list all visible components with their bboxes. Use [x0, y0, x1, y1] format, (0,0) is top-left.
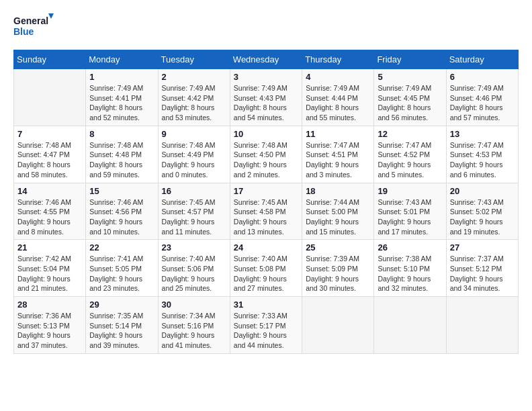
day-info: Sunrise: 7:41 AMSunset: 5:05 PMDaylight:… — [89, 254, 154, 293]
day-info: Sunrise: 7:43 AMSunset: 5:02 PMDaylight:… — [450, 197, 515, 237]
day-number: 3 — [234, 72, 298, 82]
calendar-cell: 11Sunrise: 7:47 AMSunset: 4:51 PMDayligh… — [302, 126, 374, 183]
day-number: 30 — [162, 300, 226, 310]
day-info: Sunrise: 7:34 AMSunset: 5:16 PMDaylight:… — [162, 311, 226, 351]
day-info: Sunrise: 7:49 AMSunset: 4:45 PMDaylight:… — [378, 83, 442, 123]
day-info: Sunrise: 7:47 AMSunset: 4:53 PMDaylight:… — [450, 140, 515, 180]
calendar-week-row: 28Sunrise: 7:36 AMSunset: 5:13 PMDayligh… — [14, 297, 519, 354]
calendar-cell: 21Sunrise: 7:42 AMSunset: 5:04 PMDayligh… — [14, 240, 86, 297]
weekday-header: Wednesday — [230, 50, 302, 69]
page-header: General Blue — [13, 13, 519, 43]
day-info: Sunrise: 7:45 AMSunset: 4:58 PMDaylight:… — [234, 197, 298, 237]
day-number: 4 — [306, 72, 370, 82]
logo-svg: General Blue — [13, 13, 54, 43]
calendar-header-row: SundayMondayTuesdayWednesdayThursdayFrid… — [14, 50, 519, 69]
day-info: Sunrise: 7:40 AMSunset: 5:08 PMDaylight:… — [234, 254, 298, 293]
calendar-cell: 20Sunrise: 7:43 AMSunset: 5:02 PMDayligh… — [446, 183, 518, 240]
calendar-cell: 14Sunrise: 7:46 AMSunset: 4:55 PMDayligh… — [14, 183, 86, 240]
calendar-cell: 24Sunrise: 7:40 AMSunset: 5:08 PMDayligh… — [230, 240, 302, 297]
calendar-cell: 9Sunrise: 7:48 AMSunset: 4:49 PMDaylight… — [158, 126, 230, 183]
calendar-cell: 31Sunrise: 7:33 AMSunset: 5:17 PMDayligh… — [230, 297, 302, 354]
day-number: 28 — [17, 300, 82, 310]
day-info: Sunrise: 7:49 AMSunset: 4:42 PMDaylight:… — [162, 83, 226, 123]
calendar-cell: 26Sunrise: 7:38 AMSunset: 5:10 PMDayligh… — [374, 240, 446, 297]
day-info: Sunrise: 7:46 AMSunset: 4:55 PMDaylight:… — [17, 197, 82, 237]
day-number: 12 — [378, 129, 442, 139]
day-info: Sunrise: 7:45 AMSunset: 4:57 PMDaylight:… — [162, 197, 226, 237]
day-number: 29 — [89, 300, 154, 310]
day-number: 11 — [306, 129, 370, 139]
day-info: Sunrise: 7:42 AMSunset: 5:04 PMDaylight:… — [17, 254, 82, 293]
calendar-cell: 5Sunrise: 7:49 AMSunset: 4:45 PMDaylight… — [374, 69, 446, 126]
weekday-header: Tuesday — [158, 50, 230, 69]
day-number: 14 — [17, 186, 82, 196]
logo: General Blue — [13, 13, 54, 43]
day-number: 9 — [162, 129, 226, 139]
calendar-week-row: 14Sunrise: 7:46 AMSunset: 4:55 PMDayligh… — [14, 183, 519, 240]
day-info: Sunrise: 7:47 AMSunset: 4:52 PMDaylight:… — [378, 140, 442, 180]
day-number: 7 — [17, 129, 82, 139]
day-info: Sunrise: 7:43 AMSunset: 5:01 PMDaylight:… — [378, 197, 442, 237]
weekday-header: Thursday — [302, 50, 374, 69]
calendar-cell: 2Sunrise: 7:49 AMSunset: 4:42 PMDaylight… — [158, 69, 230, 126]
calendar-cell: 29Sunrise: 7:35 AMSunset: 5:14 PMDayligh… — [86, 297, 158, 354]
calendar-table: SundayMondayTuesdayWednesdayThursdayFrid… — [13, 50, 519, 354]
day-info: Sunrise: 7:49 AMSunset: 4:41 PMDaylight:… — [89, 83, 154, 123]
calendar-cell: 19Sunrise: 7:43 AMSunset: 5:01 PMDayligh… — [374, 183, 446, 240]
day-info: Sunrise: 7:40 AMSunset: 5:06 PMDaylight:… — [162, 254, 226, 293]
day-info: Sunrise: 7:47 AMSunset: 4:51 PMDaylight:… — [306, 140, 370, 180]
day-info: Sunrise: 7:44 AMSunset: 5:00 PMDaylight:… — [306, 197, 370, 237]
day-info: Sunrise: 7:48 AMSunset: 4:49 PMDaylight:… — [162, 140, 226, 180]
calendar-cell — [302, 297, 374, 354]
day-number: 16 — [162, 186, 226, 196]
calendar-week-row: 21Sunrise: 7:42 AMSunset: 5:04 PMDayligh… — [14, 240, 519, 297]
calendar-cell: 6Sunrise: 7:49 AMSunset: 4:46 PMDaylight… — [446, 69, 518, 126]
calendar-cell: 30Sunrise: 7:34 AMSunset: 5:16 PMDayligh… — [158, 297, 230, 354]
calendar-cell: 17Sunrise: 7:45 AMSunset: 4:58 PMDayligh… — [230, 183, 302, 240]
calendar-cell: 15Sunrise: 7:46 AMSunset: 4:56 PMDayligh… — [86, 183, 158, 240]
day-number: 17 — [234, 186, 298, 196]
day-number: 13 — [450, 129, 515, 139]
calendar-cell: 13Sunrise: 7:47 AMSunset: 4:53 PMDayligh… — [446, 126, 518, 183]
day-number: 1 — [89, 72, 154, 82]
day-number: 19 — [378, 186, 442, 196]
day-number: 6 — [450, 72, 515, 82]
day-info: Sunrise: 7:37 AMSunset: 5:12 PMDaylight:… — [450, 254, 515, 293]
calendar-cell: 18Sunrise: 7:44 AMSunset: 5:00 PMDayligh… — [302, 183, 374, 240]
svg-text:Blue: Blue — [13, 26, 34, 37]
calendar-cell: 10Sunrise: 7:48 AMSunset: 4:50 PMDayligh… — [230, 126, 302, 183]
day-number: 21 — [17, 242, 82, 253]
calendar-cell: 12Sunrise: 7:47 AMSunset: 4:52 PMDayligh… — [374, 126, 446, 183]
calendar-cell — [374, 297, 446, 354]
day-number: 22 — [89, 242, 154, 253]
calendar-cell: 1Sunrise: 7:49 AMSunset: 4:41 PMDaylight… — [86, 69, 158, 126]
day-number: 15 — [89, 186, 154, 196]
calendar-cell: 28Sunrise: 7:36 AMSunset: 5:13 PMDayligh… — [14, 297, 86, 354]
day-number: 10 — [234, 129, 298, 139]
calendar-cell: 22Sunrise: 7:41 AMSunset: 5:05 PMDayligh… — [86, 240, 158, 297]
svg-marker-2 — [48, 13, 54, 19]
calendar-week-row: 7Sunrise: 7:48 AMSunset: 4:47 PMDaylight… — [14, 126, 519, 183]
day-info: Sunrise: 7:35 AMSunset: 5:14 PMDaylight:… — [89, 311, 154, 351]
day-info: Sunrise: 7:46 AMSunset: 4:56 PMDaylight:… — [89, 197, 154, 237]
calendar-cell: 3Sunrise: 7:49 AMSunset: 4:43 PMDaylight… — [230, 69, 302, 126]
weekday-header: Friday — [374, 50, 446, 69]
day-info: Sunrise: 7:48 AMSunset: 4:50 PMDaylight:… — [234, 140, 298, 180]
day-info: Sunrise: 7:38 AMSunset: 5:10 PMDaylight:… — [378, 254, 442, 293]
day-info: Sunrise: 7:39 AMSunset: 5:09 PMDaylight:… — [306, 254, 370, 293]
calendar-week-row: 1Sunrise: 7:49 AMSunset: 4:41 PMDaylight… — [14, 69, 519, 126]
day-info: Sunrise: 7:49 AMSunset: 4:46 PMDaylight:… — [450, 83, 515, 123]
day-number: 8 — [89, 129, 154, 139]
calendar-cell: 27Sunrise: 7:37 AMSunset: 5:12 PMDayligh… — [446, 240, 518, 297]
calendar-cell: 16Sunrise: 7:45 AMSunset: 4:57 PMDayligh… — [158, 183, 230, 240]
day-info: Sunrise: 7:48 AMSunset: 4:48 PMDaylight:… — [89, 140, 154, 180]
day-number: 27 — [450, 242, 515, 253]
day-number: 25 — [306, 242, 370, 253]
day-number: 5 — [378, 72, 442, 82]
weekday-header: Sunday — [14, 50, 86, 69]
day-info: Sunrise: 7:49 AMSunset: 4:44 PMDaylight:… — [306, 83, 370, 123]
calendar-cell — [446, 297, 518, 354]
day-info: Sunrise: 7:48 AMSunset: 4:47 PMDaylight:… — [17, 140, 82, 180]
day-number: 2 — [162, 72, 226, 82]
calendar-cell: 23Sunrise: 7:40 AMSunset: 5:06 PMDayligh… — [158, 240, 230, 297]
